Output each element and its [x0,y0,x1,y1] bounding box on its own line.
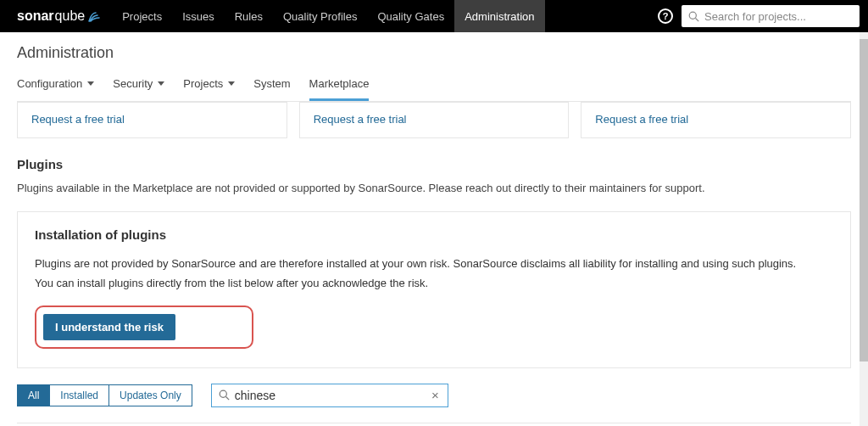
filter-button-group: All Installed Updates Only [17,384,192,406]
trial-card: Request a free trial [17,102,287,138]
chevron-down-icon [87,81,94,86]
plugins-section: Plugins Plugins available in the Marketp… [17,157,851,423]
request-trial-link[interactable]: Request a free trial [595,113,688,126]
search-icon [688,11,699,22]
svg-point-2 [220,390,226,397]
trial-cards-row: Request a free trial Request a free tria… [17,102,851,138]
filter-updates[interactable]: Updates Only [109,384,192,406]
svg-line-1 [696,18,699,21]
nav-rules[interactable]: Rules [225,0,273,32]
plugin-search-box[interactable]: × [211,384,448,407]
plugins-description: Plugins available in the Marketplace are… [17,180,851,198]
scrollbar[interactable] [860,32,868,426]
request-trial-link[interactable]: Request a free trial [314,113,407,126]
nav-quality-gates[interactable]: Quality Gates [367,0,454,32]
chevron-down-icon [158,81,164,86]
trial-card: Request a free trial [581,102,851,138]
help-icon[interactable]: ? [658,8,673,24]
nav-links: Projects Issues Rules Quality Profiles Q… [112,0,544,32]
nav-issues[interactable]: Issues [172,0,225,32]
search-icon [219,390,230,401]
scrollbar-thumb[interactable] [860,39,868,362]
chevron-down-icon [228,81,235,86]
subnav-marketplace[interactable]: Marketplace [309,72,370,101]
clear-search-icon[interactable]: × [430,388,441,402]
global-search[interactable] [682,5,860,27]
subnav-configuration[interactable]: Configuration [17,72,94,101]
install-text: Plugins are not provided by SonarSource … [35,254,833,294]
page-title: Administration [17,44,851,62]
install-title: Installation of plugins [35,227,833,242]
nav-right: ? [658,5,860,27]
top-navbar: sonarqube Projects Issues Rules Quality … [0,0,868,32]
nav-quality-profiles[interactable]: Quality Profiles [273,0,367,32]
nav-projects[interactable]: Projects [112,0,172,32]
nav-administration[interactable]: Administration [454,0,544,32]
svg-point-0 [689,12,696,19]
trial-card: Request a free trial [299,102,570,138]
divider [17,423,851,423]
brand-name-1: sonar [17,8,54,24]
plugin-filter-row: All Installed Updates Only × [17,384,851,407]
global-search-input[interactable] [704,10,853,23]
risk-highlight-box: I understand the risk [35,305,253,349]
subnav-security[interactable]: Security [113,72,164,101]
subnav-projects[interactable]: Projects [183,72,235,101]
admin-subnav: Configuration Security Projects System M… [17,72,851,102]
install-panel: Installation of plugins Plugins are not … [17,211,851,368]
svg-line-3 [225,397,229,401]
brand-name-2: qube [55,8,86,24]
understand-risk-button[interactable]: I understand the risk [43,314,175,340]
filter-all[interactable]: All [17,384,50,406]
brand-logo[interactable]: sonarqube [8,8,112,24]
plugins-title: Plugins [17,157,851,171]
request-trial-link[interactable]: Request a free trial [31,113,125,126]
filter-installed[interactable]: Installed [50,384,109,406]
page-content: Administration Configuration Security Pr… [0,32,868,426]
plugin-search-input[interactable] [235,389,430,402]
sonar-wave-icon [88,9,103,23]
subnav-system[interactable]: System [253,72,290,101]
